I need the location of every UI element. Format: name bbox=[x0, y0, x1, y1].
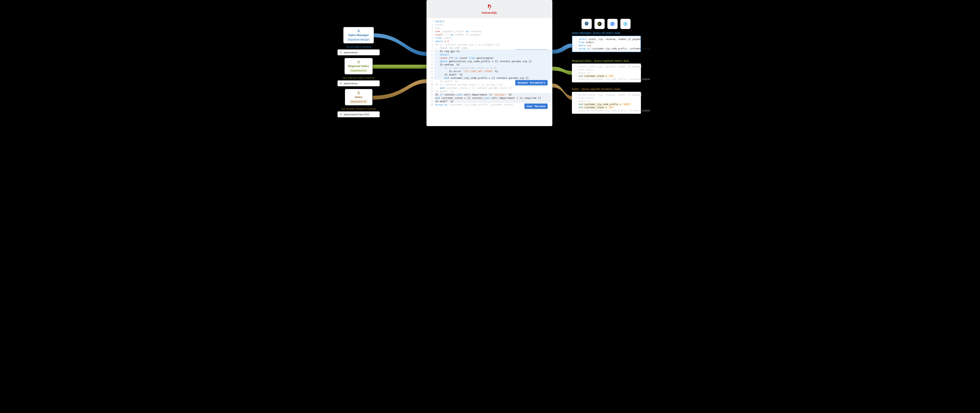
center-code-panel: VulcanSQL Predefined Queries Error Respo… bbox=[426, 0, 552, 126]
persona-dept-badge: Department: SP bbox=[350, 100, 367, 104]
vulcansql-logo-icon bbox=[486, 4, 493, 11]
postgres-icon bbox=[582, 19, 592, 29]
persona-dept-badge: Department: Manager bbox=[347, 38, 370, 41]
query-sql-box: select state, zip, revenue, number_of_pa… bbox=[572, 92, 641, 114]
diagram-stage: Sales Manager Department: Manager Get al… bbox=[336, 0, 644, 126]
user-icon bbox=[348, 91, 369, 95]
svg-point-7 bbox=[587, 23, 588, 24]
api-url-text: /api/revenue?zip=1022 bbox=[344, 113, 369, 116]
persona-card: Sales Manager Department: Manager bbox=[344, 27, 374, 43]
api-url-pill: /api/revenue bbox=[337, 49, 380, 55]
persona-sales: Sales Department: SP Get specific locati… bbox=[337, 89, 380, 117]
persona-card: Regional Sales Department: AC bbox=[345, 58, 372, 74]
svg-point-2 bbox=[358, 61, 359, 62]
query-title: Sales Manager: Query all state's data bbox=[572, 31, 641, 35]
brand-name: VulcanSQL bbox=[481, 11, 497, 14]
catalog-icon bbox=[595, 19, 605, 29]
bigquery-icon bbox=[608, 19, 617, 29]
query-sql-box: select state, zip, revenue, number_of_pa… bbox=[572, 64, 641, 82]
persona-subtitle: Get regional state's revenue bbox=[337, 76, 380, 79]
user-icon bbox=[347, 29, 370, 33]
persona-name: Sales bbox=[348, 95, 369, 99]
query-title: Sales : Query specific location's data bbox=[572, 88, 641, 91]
brand-header: VulcanSQL bbox=[426, 0, 552, 18]
svg-point-6 bbox=[586, 23, 586, 24]
query-panel-sales-manager: Sales Manager: Query all state's data se… bbox=[572, 31, 641, 52]
api-url-text: /api/revenue bbox=[344, 51, 358, 54]
persona-sales-manager: Sales Manager Department: Manager Get al… bbox=[337, 27, 380, 55]
persona-name: Regional Sales bbox=[348, 64, 369, 68]
query-sql-box: select state, zip, revenue, number_of_pa… bbox=[572, 36, 641, 52]
sql-template-code: Predefined Queries Error Response Dynami… bbox=[426, 18, 552, 126]
api-url-pill: /api/revenue?zip=1022 bbox=[337, 112, 380, 117]
persona-regional-sales: Regional Sales Department: AC Get region… bbox=[337, 58, 380, 86]
globe-icon bbox=[339, 113, 342, 116]
user-icon bbox=[348, 60, 369, 64]
svg-point-10 bbox=[600, 24, 601, 24]
persona-subtitle: Get all state's revenue bbox=[337, 45, 380, 48]
globe-icon bbox=[339, 82, 342, 85]
api-url-pill: /api/revenue bbox=[337, 80, 380, 86]
api-url-text: /api/revenue bbox=[344, 82, 358, 85]
globe-icon bbox=[339, 51, 342, 54]
persona-dept-badge: Department: AC bbox=[350, 69, 367, 72]
svg-point-12 bbox=[612, 23, 613, 24]
persona-subtitle: Get specific location's revenue bbox=[337, 107, 380, 110]
query-title: Regional Sales : Query regional state's … bbox=[572, 59, 641, 62]
database-icons-row bbox=[582, 19, 630, 29]
snowflake-icon bbox=[620, 19, 630, 29]
query-panel-sales: Sales : Query specific location's data s… bbox=[572, 88, 641, 114]
svg-point-9 bbox=[598, 23, 600, 24]
svg-point-4 bbox=[358, 92, 359, 93]
svg-point-0 bbox=[358, 30, 359, 31]
persona-name: Sales Manager bbox=[347, 33, 370, 37]
query-panel-regional-sales: Regional Sales : Query regional state's … bbox=[572, 59, 641, 82]
persona-card: Sales Department: SP bbox=[345, 89, 372, 105]
